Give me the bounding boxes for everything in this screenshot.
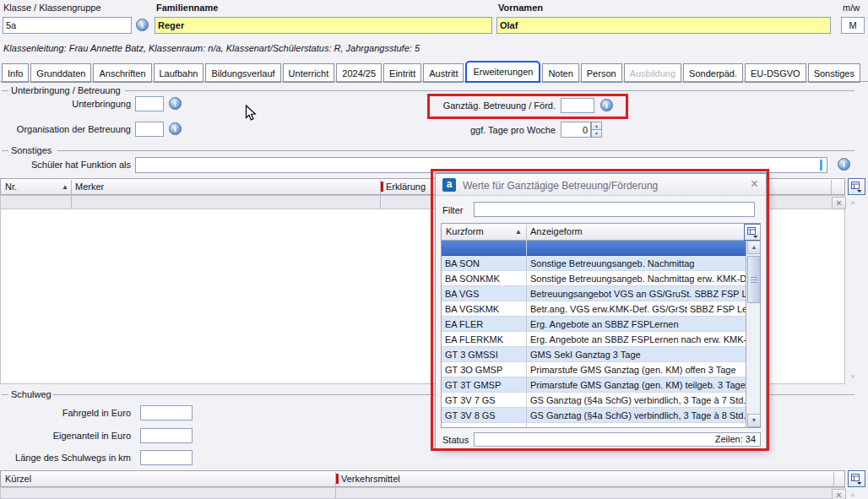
column-divider[interactable] xyxy=(833,472,834,486)
tab-austritt[interactable]: Austritt xyxy=(423,63,464,83)
col-verkehrsmittel[interactable]: Verkehrsmittel xyxy=(341,474,400,485)
tab-laufbahn[interactable]: Laufbahn xyxy=(154,63,204,83)
fieldset-rule xyxy=(2,150,8,151)
vornamen-label: Vornamen xyxy=(498,3,543,14)
dialog-row[interactable]: EA FLERKMKErg. Angebote an SBBZ FSPLerne… xyxy=(442,332,746,347)
sort-asc-icon: ▲ xyxy=(515,228,522,236)
tab-grunddaten[interactable]: Grunddaten xyxy=(30,63,91,83)
cell-anzeigeform: Erg. Angebote an SBBZ FSPLernen nach erw… xyxy=(530,333,746,347)
tab-person[interactable]: Person xyxy=(581,63,622,83)
fieldset-rule xyxy=(2,394,8,395)
cell-anzeigeform: GS Ganztag (§4a SchG) verbindlich, 3 Tag… xyxy=(530,393,746,408)
unterbringung-label: Unterbringung xyxy=(0,99,131,110)
status-label: Status xyxy=(442,435,469,446)
verkehr-table-header: Kürzel Verkehrsmittel xyxy=(0,470,845,487)
column-config-button[interactable] xyxy=(848,470,865,487)
dialog-row[interactable]: GT 3 GMSSIGMS SekI Ganztag 3 Tage xyxy=(442,347,746,362)
dialog-row[interactable]: BA VGSBetreuungsangebot VGS an GS/GruSt.… xyxy=(442,286,746,301)
tab-erweiterungen[interactable]: Erweiterungen xyxy=(465,61,540,83)
dialog-row[interactable]: BA SONKMKSonstige Betreuungsangeb. Nachm… xyxy=(442,271,746,286)
column-config-icon xyxy=(747,227,758,238)
laenge-schulweg-label: Länge des Schulwegs in km xyxy=(0,453,131,464)
col-nr[interactable]: Nr. xyxy=(5,182,17,193)
scroll-up-icon[interactable]: ▲ xyxy=(747,241,761,254)
tab-eintritt[interactable]: Eintritt xyxy=(383,63,421,83)
laenge-schulweg-input[interactable] xyxy=(140,450,193,465)
column-divider xyxy=(335,488,336,498)
cell-anzeigeform: Sonstige Betreuungsangeb. Nachmittag xyxy=(530,257,694,271)
fieldset-rule xyxy=(2,90,8,91)
tab-unterricht[interactable]: Unterricht xyxy=(283,63,335,83)
funktion-label: Schüler hat Funktion als xyxy=(0,160,131,171)
unterbringung-input[interactable] xyxy=(135,96,164,111)
tabbar-divider xyxy=(0,81,868,82)
mw-input[interactable]: M xyxy=(841,17,865,34)
funktion-input[interactable] xyxy=(135,157,827,173)
tab-info[interactable]: Info xyxy=(2,63,29,83)
filter-label: Filter xyxy=(442,205,463,216)
dialog-row[interactable]: BA SONSonstige Betreuungsangeb. Nachmitt… xyxy=(442,256,746,271)
vornamen-input[interactable]: Olaf xyxy=(496,17,831,34)
dialog-row-selected[interactable] xyxy=(442,241,746,256)
dialog-row[interactable]: EA FLERErg. Angebote an SBBZ FSPLernen xyxy=(442,317,746,332)
scrollbar-thumb[interactable] xyxy=(747,256,761,303)
value-picker-dialog: a Werte für Ganztägige Betreuung/Förderu… xyxy=(435,173,767,449)
fahrgeld-label: Fahrgeld in Euro xyxy=(0,408,131,419)
column-config-button[interactable] xyxy=(848,178,865,195)
move-up-icon: ▲ xyxy=(849,198,856,206)
col-anzeigeform[interactable]: Anzeigeform xyxy=(530,226,583,237)
close-icon[interactable]: × xyxy=(751,177,758,191)
scroll-down-icon[interactable]: ▼ xyxy=(747,414,761,427)
cell-kurzform: EA FLER xyxy=(445,317,483,332)
tab-bildungsverlauf[interactable]: Bildungsverlauf xyxy=(205,63,280,83)
familienname-input[interactable]: Reger xyxy=(155,17,492,34)
eigenanteil-input[interactable] xyxy=(140,428,193,443)
info-icon[interactable]: i xyxy=(838,158,850,171)
dialog-row[interactable]: GT 3T GMSPPrimarstufe GMS Ganztag (gen. … xyxy=(442,377,746,393)
column-config-icon xyxy=(851,474,862,485)
tab-noten[interactable]: Noten xyxy=(542,63,578,83)
dialog-row[interactable]: GT 3V 7 GSGS Ganztag (§4a SchG) verbindl… xyxy=(442,393,746,408)
dialog-row[interactable]: GT 3V 8 GSGS Ganztag (§4a SchG) verbindl… xyxy=(442,408,746,423)
scrollbar[interactable]: ▲ ▼ xyxy=(746,241,761,427)
sort-asc-icon: ▲ xyxy=(62,183,68,192)
col-erklaerung[interactable]: Erklärung xyxy=(386,182,426,193)
dialog-row[interactable]: BA VGSKMKBetr.ang. VGS erw.KMK-Def. GS/G… xyxy=(442,301,746,317)
cell-kurzform: GT 3V 7 GS xyxy=(445,393,496,408)
col-kurzform[interactable]: Kurzform xyxy=(446,226,484,237)
cell-kurzform: GT 3T GMSP xyxy=(445,378,501,393)
delete-row-button[interactable]: × xyxy=(832,489,846,499)
spinner-down-icon[interactable]: ▼ xyxy=(591,129,602,138)
filter-input[interactable] xyxy=(474,202,755,217)
info-icon[interactable]: i xyxy=(600,99,613,111)
organisation-input[interactable] xyxy=(135,122,164,137)
eigenanteil-label: Eigenanteil in Euro xyxy=(0,431,131,442)
cell-kurzform: GT 3O GMSP xyxy=(445,363,502,377)
info-icon[interactable]: i xyxy=(136,19,149,31)
cell-anzeigeform: Erg. Angebote an SBBZ FSPLernen xyxy=(530,317,679,332)
klasse-input[interactable]: 5a xyxy=(3,17,132,34)
tab-eu-dsgvo[interactable]: EU-DSGVO xyxy=(745,63,806,83)
ganztag-input[interactable] xyxy=(561,98,594,113)
info-icon[interactable]: i xyxy=(169,122,182,135)
tab-sonderpaed[interactable]: Sonderpäd. xyxy=(683,63,743,83)
tab-schuljahr[interactable]: 2024/25 xyxy=(336,63,382,83)
tab-anschriften[interactable]: Anschriften xyxy=(93,63,151,83)
info-icon[interactable]: i xyxy=(169,97,182,110)
verkehr-new-row[interactable] xyxy=(0,487,845,499)
fahrgeld-input[interactable] xyxy=(140,405,193,420)
tage-pro-woche-input[interactable]: 0 xyxy=(561,122,591,138)
delete-row-button[interactable]: × xyxy=(832,197,846,209)
cell-kurzform: GT 3 GMSSI xyxy=(445,348,498,362)
column-config-button[interactable] xyxy=(744,224,761,241)
dialog-row[interactable]: GT 3O GMSPPrimarstufe GMS Ganztag (gen. … xyxy=(442,362,746,377)
column-divider[interactable] xyxy=(71,180,72,194)
column-config-icon xyxy=(851,182,862,193)
col-merker[interactable]: Merker xyxy=(75,182,104,193)
tab-bar: InfoGrunddatenAnschriftenLaufbahnBildung… xyxy=(0,61,868,82)
column-divider[interactable] xyxy=(831,180,832,194)
col-kuerzel[interactable]: Kürzel xyxy=(5,474,31,485)
tab-sonstiges[interactable]: Sonstiges xyxy=(808,63,860,83)
app-window: Klasse / Klassengruppe Familienname Vorn… xyxy=(0,0,868,499)
dialog-titlebar[interactable]: a Werte für Ganztägige Betreuung/Förderu… xyxy=(436,174,766,196)
